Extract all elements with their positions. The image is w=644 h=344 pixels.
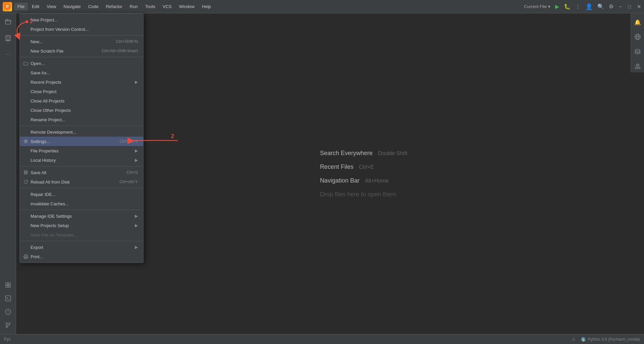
menu-item-save-as[interactable]: Save As... <box>20 68 143 77</box>
statusbar: Pyc ⚠ 🐍 Python 3.6 (Pycharm_conda) <box>0 334 644 344</box>
menubar: File Edit View Navigate Code Refactor Ru… <box>14 3 214 10</box>
right-sidebar-browser[interactable] <box>632 31 644 43</box>
menu-item-close-project[interactable]: Close Project <box>20 87 143 96</box>
debug-icon[interactable]: 🐛 <box>564 3 571 10</box>
minimize-button[interactable]: − <box>619 4 622 10</box>
right-sidebar-plugins[interactable] <box>632 60 644 72</box>
menu-code[interactable]: Code <box>85 3 102 10</box>
close-button[interactable]: ✕ <box>637 4 641 10</box>
svg-rect-4 <box>6 283 8 285</box>
recent-files-label: Recent Files <box>320 163 354 170</box>
separator-5 <box>20 188 143 188</box>
menu-item-new-scratch[interactable]: New Scratch File Ctrl+Alt+Shift+Insert <box>20 46 143 56</box>
statusbar-right: ⚠ 🐍 Python 3.6 (Pycharm_conda) <box>572 337 640 342</box>
svg-point-12 <box>9 323 10 324</box>
menu-item-export[interactable]: Export ▶ <box>20 243 143 252</box>
search-icon[interactable]: 🔍 <box>597 3 604 10</box>
menu-item-save-file-template[interactable]: Save File as Template... <box>20 230 143 239</box>
search-everywhere-label: Search Everywhere <box>320 150 373 157</box>
menu-item-rename-project[interactable]: Rename Project... <box>20 115 143 124</box>
svg-point-19 <box>25 141 27 142</box>
separator-2 <box>20 57 143 57</box>
current-file-selector[interactable]: Current File ▾ <box>524 4 550 9</box>
arrow-icon-new-projects-setup: ▶ <box>135 223 138 228</box>
statusbar-warnings-icon: ⚠ <box>572 337 575 342</box>
menu-run[interactable]: Run <box>126 3 141 10</box>
menu-item-invalidate-caches[interactable]: Invalidate Caches... <box>20 199 143 208</box>
svg-rect-22 <box>25 173 27 174</box>
menu-item-new-projects-setup[interactable]: New Projects Setup ▶ <box>20 221 143 230</box>
separator-1 <box>20 35 143 36</box>
app-logo: P <box>3 2 12 11</box>
separator-4 <box>20 166 143 166</box>
menu-item-new-project[interactable]: New Project... <box>20 15 143 24</box>
sidebar-item-packages[interactable] <box>2 279 14 291</box>
sidebar-item-git[interactable] <box>2 319 14 331</box>
right-sidebar-database[interactable] <box>632 46 644 58</box>
menu-item-new[interactable]: New... Ctrl+Shift+N <box>20 37 143 46</box>
menu-vcs[interactable]: VCS <box>159 3 175 10</box>
menu-item-close-other-projects[interactable]: Close Other Projects <box>20 106 143 115</box>
right-sidebar-notifications[interactable]: 🔔 <box>632 16 644 28</box>
menu-item-file-properties[interactable]: File Properties ▶ <box>20 146 143 155</box>
welcome-hints: Search Everywhere Double Shift Recent Fi… <box>320 150 407 198</box>
folder-icon <box>23 61 29 66</box>
menu-item-print[interactable]: Print... <box>20 252 143 261</box>
menu-item-manage-ide-settings[interactable]: Manage IDE Settings ▶ <box>20 211 143 221</box>
sidebar-item-more[interactable]: ··· <box>2 48 14 60</box>
svg-rect-2 <box>5 20 11 24</box>
svg-rect-23 <box>24 255 27 256</box>
profile-icon[interactable]: 👤 <box>585 3 593 10</box>
arrow-icon-recent-projects: ▶ <box>135 80 138 84</box>
menu-item-repair-ide[interactable]: Repair IDE... <box>20 190 143 199</box>
chevron-down-icon: ▾ <box>548 4 550 9</box>
menu-help[interactable]: Help <box>199 3 214 10</box>
file-menu-dropdown: New Project... Project from Version Cont… <box>19 13 144 263</box>
menu-item-reload-all[interactable]: Reload All from Disk Ctrl+Alt+Y <box>20 177 143 187</box>
menu-item-open[interactable]: Open... <box>20 59 143 68</box>
menu-item-project-from-vcs[interactable]: Project from Version Control... <box>20 24 143 34</box>
run-icon[interactable]: ▶ <box>555 3 559 10</box>
menu-edit[interactable]: Edit <box>29 3 43 10</box>
drop-files-label: Drop files here to open them <box>320 191 396 198</box>
sidebar-item-run-console[interactable] <box>2 292 14 304</box>
search-everywhere-key: Double Shift <box>378 150 407 156</box>
settings-icon[interactable]: ⚙ <box>609 3 613 10</box>
menu-item-local-history[interactable]: Local History ▶ <box>20 155 143 165</box>
maximize-button[interactable]: □ <box>628 4 631 10</box>
separator-6 <box>20 210 143 210</box>
menu-item-close-all-projects[interactable]: Close All Projects <box>20 96 143 106</box>
menu-item-remote-development[interactable]: Remote Development... <box>20 127 143 137</box>
arrow-icon-export: ▶ <box>135 245 138 250</box>
left-sidebar: ··· <box>0 13 16 334</box>
svg-text:P: P <box>6 4 9 9</box>
statusbar-left: Pyc <box>4 337 11 342</box>
svg-rect-7 <box>8 285 10 287</box>
sidebar-item-problems[interactable] <box>2 306 14 318</box>
nav-bar-key: Alt+Home <box>365 178 389 184</box>
sidebar-item-project[interactable] <box>2 16 14 28</box>
more-icon[interactable]: ⋮ <box>575 3 581 10</box>
titlebar: P File Edit View Navigate Code Refactor … <box>0 0 644 13</box>
svg-point-16 <box>635 49 640 51</box>
window-controls: − □ ✕ <box>619 4 641 10</box>
menu-window[interactable]: Window <box>176 3 198 10</box>
svg-rect-6 <box>6 285 8 287</box>
sidebar-item-bookmarks[interactable] <box>2 32 14 44</box>
arrow-icon-manage-ide: ▶ <box>135 214 138 218</box>
menu-tools[interactable]: Tools <box>142 3 159 10</box>
menu-view[interactable]: View <box>43 3 59 10</box>
current-file-label: Current File <box>524 4 547 9</box>
menu-item-recent-projects[interactable]: Recent Projects ▶ <box>20 77 143 87</box>
menu-navigate[interactable]: Navigate <box>60 3 84 10</box>
menu-refactor[interactable]: Refactor <box>103 3 126 10</box>
arrow-icon-local-history: ▶ <box>135 158 138 162</box>
titlebar-right: Current File ▾ ▶ 🐛 ⋮ 👤 🔍 ⚙ <box>524 3 613 10</box>
menu-item-save-all[interactable]: Save All Ctrl+S <box>20 168 143 177</box>
menu-file[interactable]: File <box>14 3 28 10</box>
svg-point-10 <box>8 313 8 314</box>
menu-item-settings[interactable]: Settings... Ctrl+Alt+S <box>20 137 143 146</box>
hint-search: Search Everywhere Double Shift <box>320 150 407 157</box>
svg-point-11 <box>6 323 7 324</box>
python-interpreter[interactable]: 🐍 Python 3.6 (Pycharm_conda) <box>581 337 640 342</box>
